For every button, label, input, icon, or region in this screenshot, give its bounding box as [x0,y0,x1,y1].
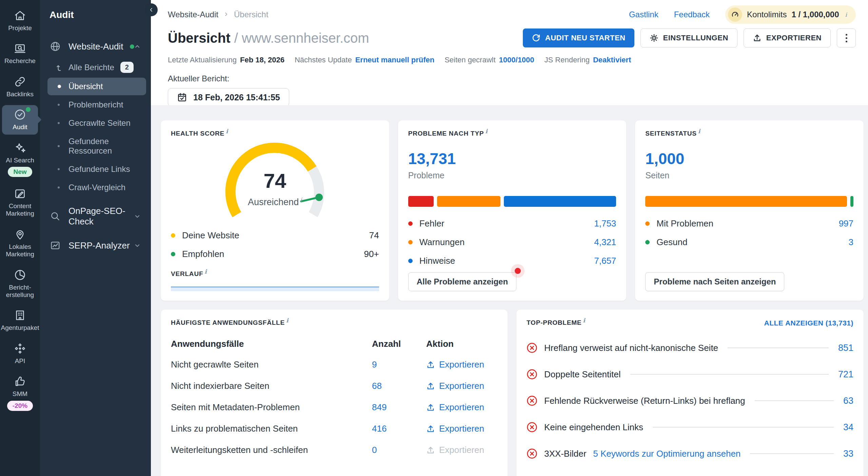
rail-item-agenturpaket[interactable]: Agenturpaket [2,306,38,335]
breadcrumb-current: Übersicht [234,10,268,19]
info-icon[interactable]: i [698,128,701,135]
legend-dot [645,240,650,244]
view-all-link[interactable]: ALLE ANZEIGEN (13,731) [764,319,853,327]
issue-count[interactable]: 34 [843,422,853,433]
sidebar-section-onpage-seo-check[interactable]: OnPage-SEO-Check [40,201,151,232]
issue-label[interactable]: Doppelte Seitentitel [544,369,620,380]
use-case-count[interactable]: 0 [372,445,426,455]
sidebar-item-gefundene-ressourcen[interactable]: Gefundene Ressourcen [47,133,146,160]
health-history-chart[interactable] [171,286,379,291]
table-row: Nicht gecrawlte Seiten 9 Exportieren [171,354,497,375]
rail-item-smm[interactable]: SMM -20% [2,372,38,414]
main-content: Website-Audit Übersicht Gastlink Feedbac… [151,0,868,476]
issues-by-page-button[interactable]: Probleme nach Seiten anzeigen [645,272,784,291]
show-all-issues-button[interactable]: Alle Probleme anzeigen [408,272,516,291]
rail-item-projekte[interactable]: Projekte [2,6,38,35]
page-title: Übersicht / www.sennheiser.com [168,31,369,46]
rail-item-content-marketing[interactable]: Content Marketing [2,184,38,221]
rail-item-ai-search[interactable]: AI Search New [2,138,38,180]
legend-value[interactable]: 4,321 [594,237,616,247]
dashboard: HEALTH SCOREi 74 Ausreichendi [151,105,868,476]
export-link[interactable]: Exportieren [426,381,497,391]
error-icon [527,395,537,406]
info-icon[interactable]: i [286,317,289,324]
export-link[interactable]: Exportieren [426,359,497,370]
sidebar-item-label: Gecrawlte Seiten [68,118,131,128]
error-icon [527,448,537,459]
issue-count[interactable]: 721 [838,369,853,380]
recheck-link[interactable]: Erneut manuell prüfen [355,56,434,64]
issue-label[interactable]: Hreflang verweist auf nicht-kanonische S… [544,343,718,353]
rail-item-backlinks[interactable]: Backlinks [2,72,38,101]
rail-item-lokales-marketing[interactable]: Lokales Marketing [2,225,38,262]
chevron-down-icon[interactable] [133,241,141,250]
legend-value[interactable]: 7,657 [594,256,616,266]
info-icon[interactable]: i [583,317,585,324]
more-actions-button[interactable] [837,28,856,47]
rail-item-berichterstellung[interactable]: Bericht- erstellung [2,265,38,302]
info-icon[interactable]: i [204,268,207,275]
keywords-upsell-link[interactable]: 5 Keywords zur Optimierung ansehen [593,449,741,459]
issue-count[interactable]: 33 [843,449,853,459]
breadcrumb-parent[interactable]: Website-Audit [168,10,218,19]
pages-total[interactable]: 1,000 [645,150,853,168]
rail-item-label: AI Search [6,157,34,164]
js-rendering-value[interactable]: Deaktiviert [593,56,631,64]
use-case-count[interactable]: 849 [372,402,426,413]
rail-item-api[interactable]: API [2,339,38,368]
guest-link[interactable]: Gastlink [629,10,658,19]
legend-value[interactable]: 997 [839,218,853,229]
issue-label[interactable]: Keine eingehenden Links [544,422,643,433]
sidebar-item-alle-berichte[interactable]: Alle Berichte 2 [47,58,146,77]
export-link[interactable]: Exportieren [426,402,497,413]
sidebar-section-serp-analyzer[interactable]: SERP-Analyzer [40,235,151,256]
feedback-link[interactable]: Feedback [674,10,710,19]
sidebar-item-uebersicht[interactable]: Übersicht [47,78,146,95]
legend-value[interactable]: 1,753 [594,218,616,229]
sidebar-item-gefundene-links[interactable]: Gefundene Links [47,160,146,178]
issues-by-page-label: Probleme nach Seiten anzeigen [654,277,776,286]
sidebar-item-problembericht[interactable]: Problembericht [47,96,146,114]
issue-label[interactable]: 3XX-Bilder [544,449,586,459]
legend-label: Empfohlen [182,249,224,259]
settings-button[interactable]: EINSTELLUNGEN [640,28,737,47]
bar-segment-healthy [850,196,853,207]
collapse-sidebar-button[interactable] [145,3,158,16]
sidebar-section-website-audit[interactable]: Website-Audit [40,36,151,57]
sidebar-item-label: Übersicht [68,82,103,91]
use-case-count[interactable]: 9 [372,359,426,370]
pages-unit: Seiten [645,171,853,180]
legend-value[interactable]: 3 [849,237,853,247]
page-head: Übersicht / www.sennheiser.com AUDIT NEU… [151,24,868,47]
health-score-verdict: Ausreichendi [217,197,333,207]
info-icon[interactable]: i [485,128,488,135]
chevron-down-icon[interactable] [133,212,141,220]
rail-item-audit[interactable]: Audit [2,105,38,134]
issues-total[interactable]: 13,731 [408,150,616,168]
health-gauge: 74 Ausreichendi [217,140,333,221]
info-icon[interactable]: i [226,128,228,135]
issue-count[interactable]: 851 [838,343,853,353]
report-date-picker[interactable]: 18 Feb, 2026 15:41:55 [168,88,289,106]
issue-label[interactable]: Fehlende Rückverweise (Return-Links) bei… [544,396,745,406]
rail-item-recherche[interactable]: Recherche [2,39,38,68]
sidebar-item-gecrawlte-seiten[interactable]: Gecrawlte Seiten [47,114,146,132]
leader-line [750,453,834,454]
issue-count[interactable]: 63 [843,396,853,406]
issue-row: Keine eingehenden Links 34 [527,414,853,440]
export-button[interactable]: EXPORTIEREN [744,28,831,47]
export-link[interactable]: Exportieren [426,423,497,434]
issues-unit: Probleme [408,171,616,180]
info-icon[interactable]: i [300,196,302,203]
use-case-count[interactable]: 68 [372,381,426,391]
crawled-pages-value[interactable]: 1000/1000 [499,56,534,64]
account-limits-pill[interactable]: Kontolimits 1 / 1,000,000 i [725,5,856,24]
sidebar-item-crawl-vergleich[interactable]: Crawl-Vergleich [47,179,146,196]
card-title: HÄUFIGSTE ANWENDUNGSFÄLLEi [171,319,497,326]
chevron-up-icon[interactable] [133,42,141,51]
restart-audit-button[interactable]: AUDIT NEU STARTEN [523,28,634,47]
bar-segment-notices [504,196,616,207]
issue-row: 3XX-Bilder 5 Keywords zur Optimierung an… [527,440,853,467]
use-case-count[interactable]: 416 [372,423,426,434]
sidebar-item-label: Gefundene Ressourcen [68,137,141,156]
